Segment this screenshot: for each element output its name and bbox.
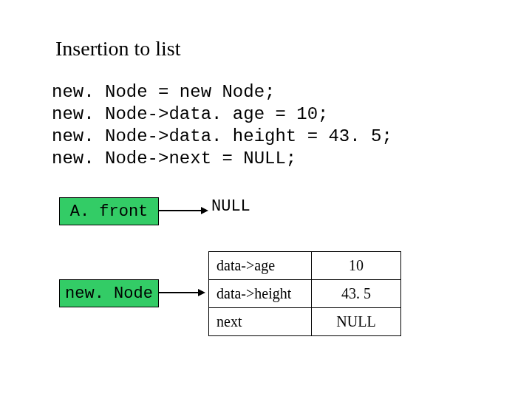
node-table: data->age 10 data->height 43. 5 next NUL…	[208, 251, 401, 336]
cell-val: NULL	[312, 308, 401, 336]
arrow-newnode-line	[158, 292, 200, 293]
arrow-afront-line	[158, 210, 202, 211]
cell-val: 10	[312, 252, 401, 280]
code-line-2: new. Node->data. age = 10;	[52, 104, 328, 124]
code-line-1: new. Node = new Node;	[52, 82, 275, 102]
table-row: data->height 43. 5	[209, 280, 401, 308]
cell-key: next	[209, 308, 312, 336]
cell-val: 43. 5	[312, 280, 401, 308]
code-block: new. Node = new Node; new. Node->data. a…	[52, 81, 392, 170]
cell-key: data->age	[209, 252, 312, 280]
null-label: NULL	[211, 197, 250, 216]
arrow-newnode-head	[198, 289, 205, 296]
arrow-afront-head	[201, 207, 208, 214]
code-line-4: new. Node->next = NULL;	[52, 149, 296, 168]
afront-box: A. front	[59, 197, 159, 225]
newnode-box: new. Node	[59, 279, 159, 307]
cell-key: data->height	[209, 280, 312, 308]
table-row: data->age 10	[209, 252, 401, 280]
code-line-3: new. Node->data. height = 43. 5;	[52, 126, 392, 146]
table-row: next NULL	[209, 308, 401, 336]
slide-title: Insertion to list	[55, 37, 181, 61]
